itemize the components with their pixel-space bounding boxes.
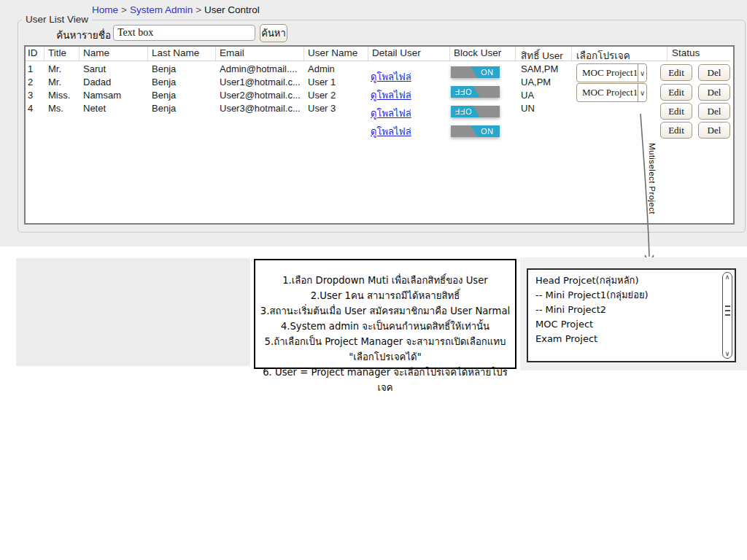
column-header-email: Email — [220, 47, 244, 58]
view-profile-link[interactable]: ดูโพลไฟล่ — [371, 69, 411, 81]
note-line: 2.User 1คน สามารถมีได้หลายสิทธิ์ — [255, 288, 515, 303]
column-header-title: Title — [48, 47, 66, 58]
placeholder-gray-box — [16, 258, 250, 366]
note-line: 1.เลือก Dropdown Muti เพื่อเลือกสิทธิ์ขอ… — [255, 273, 515, 288]
listbox-scrollbar[interactable]: ∧ ∨ — [722, 272, 732, 359]
toggle-state-label: ON — [471, 125, 500, 137]
edit-button[interactable]: Edit — [660, 84, 692, 101]
cell-last-name: Benja — [152, 102, 176, 115]
cell-rights: UA — [521, 89, 558, 102]
header-separator — [571, 47, 572, 61]
cell-email: User3@hotmail.c... — [220, 102, 301, 115]
delete-button[interactable]: Del — [698, 64, 730, 81]
column-header-id: ID — [28, 47, 38, 58]
toggle-state-label: OFF — [451, 106, 480, 117]
delete-button[interactable]: Del — [698, 122, 730, 139]
column-header-status: Status — [672, 47, 700, 58]
column-name: Sarut Dadad Namsam Netet — [83, 63, 121, 115]
cell-rights: UN — [521, 102, 558, 115]
cell-title: Mr. — [48, 76, 70, 89]
note-line: 6. User = Project manager จะเลือกโปรเจคไ… — [255, 365, 515, 395]
cell-user-name: User 1 — [308, 76, 336, 89]
cell-last-name: Benja — [152, 89, 176, 102]
search-input[interactable] — [113, 25, 255, 41]
breadcrumb-separator: > — [118, 4, 130, 15]
cell-user-name: User 3 — [308, 102, 336, 115]
breadcrumb-separator: > — [193, 4, 204, 15]
delete-button[interactable]: Del — [698, 84, 730, 101]
breadcrumb: Home>System Admin>User Control — [92, 4, 260, 15]
cell-id: 1 — [28, 63, 33, 76]
header-separator — [368, 47, 368, 61]
note-line: 3.สถานะเริ่มต้นเมื่อ User สมัครสมาชิกมาค… — [255, 303, 515, 319]
cell-email: User2@hotmail.c... — [220, 89, 301, 102]
toggle-state-label: OFF — [451, 86, 480, 98]
column-user-name: Admin User 1 User 2 User 3 — [308, 63, 336, 115]
cell-rights: UA,PM — [521, 76, 558, 89]
header-separator — [449, 47, 450, 61]
note-line: 4.System admin จะเป็นคนกำหนดสิทธิ์ให้เท่… — [255, 319, 515, 334]
scroll-up-icon[interactable]: ∧ — [725, 273, 730, 281]
scroll-down-icon[interactable]: ∨ — [725, 349, 730, 358]
breadcrumb-system-admin-link[interactable]: System Admin — [130, 4, 193, 15]
listbox-item[interactable]: -- Mini Project2 — [528, 303, 735, 317]
search-button[interactable]: ค้นหา — [260, 24, 287, 42]
cell-email: User1@hotmail.c... — [220, 76, 301, 89]
column-header-rights-user: สิทธิ์ User — [521, 47, 563, 63]
dropdown-selected-value: MOC Project1 — [577, 87, 638, 98]
column-header-block-user: Block User — [454, 47, 501, 58]
project-select-dropdown[interactable]: MOC Project1 ∨ — [576, 83, 647, 102]
header-separator — [667, 47, 667, 61]
breadcrumb-home-link[interactable]: Home — [92, 4, 118, 15]
cell-id: 4 — [28, 102, 33, 115]
header-separator — [515, 47, 516, 61]
block-user-toggle[interactable]: ON — [451, 66, 500, 78]
column-id: 1 2 3 4 — [28, 63, 33, 115]
breadcrumb-current-page: User Control — [204, 4, 260, 15]
multiselect-project-annotation: Mutiselect Project — [648, 143, 657, 214]
header-separator — [215, 47, 216, 61]
column-email: Admin@hotmail.... User1@hotmail.c... Use… — [220, 63, 301, 115]
block-user-toggle[interactable]: ON — [451, 125, 500, 137]
cell-last-name: Benja — [152, 63, 176, 76]
column-header-detail-user: Detail User — [372, 47, 421, 58]
view-profile-link[interactable]: ดูโพลไฟล่ — [371, 106, 411, 117]
column-last-name: Benja Benja Benja Benja — [152, 63, 176, 115]
listbox-item[interactable]: Head Projcet(กลุ่มหลัก) — [528, 273, 735, 288]
column-header-last-name: Last Name — [152, 47, 199, 58]
edit-button[interactable]: Edit — [660, 122, 692, 139]
project-select-dropdown[interactable]: MOC Project1 ∨ — [576, 63, 647, 82]
column-title: Mr. Mr. Miss. Ms. — [48, 63, 70, 115]
cell-title: Mr. — [48, 63, 70, 76]
cell-email: Admin@hotmail.... — [220, 63, 301, 76]
cell-id: 3 — [28, 89, 33, 102]
edit-button[interactable]: Edit — [660, 64, 692, 81]
block-user-toggle[interactable]: OFF — [451, 86, 500, 98]
view-profile-link[interactable]: ดูโพลไฟล่ — [371, 88, 411, 99]
note-line: 5.ถ้าเลือกเป็น Project Manager จะสามารถเ… — [255, 334, 515, 349]
dropdown-selected-value: MOC Project1 — [577, 67, 638, 79]
listbox-item[interactable]: Exam Project — [528, 332, 735, 346]
cell-user-name: Admin — [308, 63, 336, 76]
instruction-note-box: 1.เลือก Dropdown Muti เพื่อเลือกสิทธิ์ขอ… — [254, 259, 516, 369]
edit-button[interactable]: Edit — [660, 103, 692, 120]
header-separator — [303, 47, 304, 61]
cell-user-name: User 2 — [308, 89, 336, 102]
listbox-item[interactable]: -- Mini Project1(กลุ่มย่อย) — [528, 288, 735, 303]
block-user-toggle[interactable]: OFF — [451, 106, 500, 117]
listbox-item[interactable]: MOC Project — [528, 317, 735, 332]
search-label: ค้นหารายชื่อ — [47, 27, 111, 43]
cell-name: Netet — [83, 102, 121, 115]
cell-name: Dadad — [83, 76, 121, 89]
project-multiselect-listbox[interactable]: Head Projcet(กลุ่มหลัก) -- Mini Project1… — [527, 268, 736, 362]
cell-title: Miss. — [48, 89, 70, 102]
header-separator — [147, 47, 148, 61]
note-line: "เลือกโปรเจคได้" — [255, 349, 515, 365]
view-profile-link[interactable]: ดูโพลไฟล่ — [371, 124, 411, 136]
delete-button[interactable]: Del — [698, 103, 730, 120]
header-separator — [44, 47, 44, 61]
toggle-state-label: ON — [471, 66, 500, 78]
scrollbar-grip-icon[interactable] — [725, 306, 730, 316]
cell-rights: SAM,PM — [521, 63, 558, 76]
cell-name: Sarut — [83, 63, 121, 76]
